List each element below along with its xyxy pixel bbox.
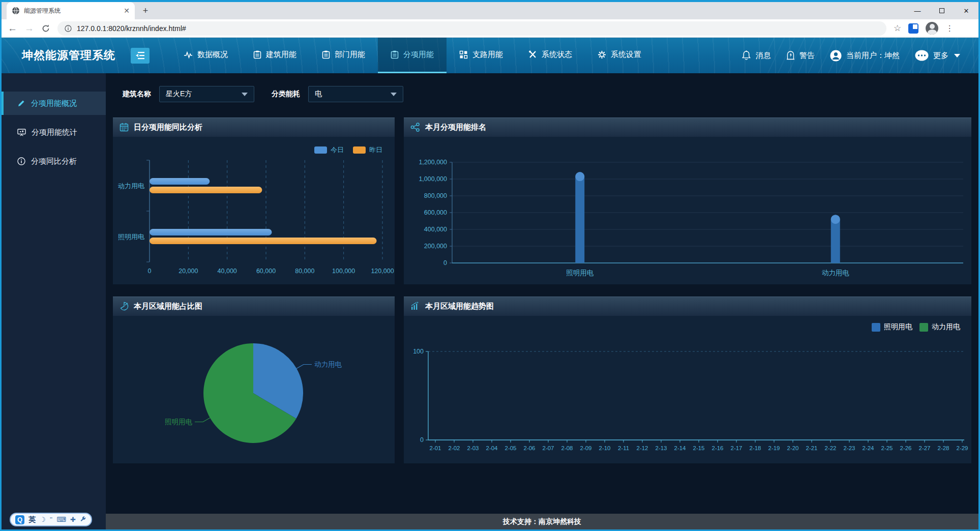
nav-item-branch-energy[interactable]: 支路用能 <box>447 38 516 73</box>
messages-button[interactable]: 消息 <box>741 50 771 61</box>
legend-swatch-lighting <box>872 323 880 332</box>
menu-toggle-button[interactable] <box>131 48 150 64</box>
svg-text:照明用电: 照明用电 <box>118 233 144 241</box>
svg-text:2-23: 2-23 <box>843 445 855 451</box>
svg-text:100: 100 <box>413 348 424 355</box>
tools-icon <box>528 50 537 59</box>
svg-text:2-01: 2-01 <box>429 445 441 451</box>
sidebar-item-subitem-yoy-analysis[interactable]: 分项同比分析 <box>2 150 106 173</box>
extension-icon[interactable] <box>908 23 918 34</box>
minimize-button[interactable]: — <box>905 2 930 19</box>
new-tab-button[interactable]: + <box>138 3 153 18</box>
grid-icon <box>459 50 468 59</box>
panel-header: 本月分项用能排名 <box>404 117 971 137</box>
panel-header: 日分项用能同比分析 <box>113 117 395 137</box>
maximize-button[interactable] <box>930 2 954 19</box>
ime-keyboard-icon[interactable]: ⌨ <box>56 516 66 523</box>
ime-wrench-icon[interactable] <box>80 516 86 523</box>
legend: 照明用电 动力用电 <box>872 322 960 332</box>
bookmark-star-icon[interactable]: ☆ <box>894 23 901 34</box>
svg-text:2-06: 2-06 <box>523 445 535 451</box>
address-bar[interactable]: 127.0.0.1:8020/krznnh/index.html# <box>57 21 886 36</box>
svg-text:80,000: 80,000 <box>295 268 314 275</box>
building-select[interactable]: 星火E方 <box>159 86 254 102</box>
user-avatar-icon <box>830 50 842 62</box>
svg-text:1,200,000: 1,200,000 <box>419 159 447 166</box>
forward-button[interactable]: → <box>24 23 34 34</box>
ime-toolbar[interactable]: Q 英 ☽ ’’ ⌨ ✚ <box>10 513 92 526</box>
svg-text:20,000: 20,000 <box>179 268 198 275</box>
svg-text:动力用电: 动力用电 <box>822 269 850 277</box>
ime-person-icon[interactable]: ✚ <box>70 516 76 523</box>
browser-toolbar: ← → 127.0.0.1:8020/krznnh/index.html# ☆ … <box>2 19 978 38</box>
svg-text:2-07: 2-07 <box>542 445 554 451</box>
svg-text:2-11: 2-11 <box>618 445 629 451</box>
panel-header: 本月区域用能占比图 <box>113 297 395 316</box>
svg-text:2-09: 2-09 <box>580 445 591 451</box>
nav-item-subitem-energy[interactable]: 分项用能 <box>378 38 447 73</box>
svg-text:2-25: 2-25 <box>881 445 893 451</box>
legend-item-power[interactable]: 动力用电 <box>919 322 960 332</box>
footer: 技术支持：南京坤然科技 <box>106 514 978 529</box>
tab-close-icon[interactable]: ✕ <box>124 7 130 15</box>
window-controls: — ✕ <box>905 2 978 19</box>
legend-item-lighting[interactable]: 照明用电 <box>872 322 912 332</box>
ime-fullhalf-moon-icon[interactable]: ☽ <box>40 516 46 523</box>
site-info-icon[interactable] <box>65 25 72 32</box>
sidebar-item-subitem-overview[interactable]: 分项用能概况 <box>2 92 106 115</box>
more-menu-button[interactable]: 更多 <box>915 50 960 61</box>
svg-text:2-18: 2-18 <box>749 445 761 451</box>
share-nodes-icon <box>410 123 420 132</box>
svg-text:0: 0 <box>443 259 447 267</box>
nav-item-data-overview[interactable]: 数据概况 <box>171 38 241 73</box>
gear-icon <box>598 50 606 59</box>
pencil-icon <box>17 99 25 107</box>
browser-profile-avatar[interactable] <box>926 22 938 35</box>
svg-text:动力用电: 动力用电 <box>314 361 342 368</box>
current-user[interactable]: 当前用户：坤然 <box>830 50 900 62</box>
svg-text:照明用电: 照明用电 <box>165 418 193 426</box>
panel-title: 本月区域用能占比图 <box>134 302 202 311</box>
sidebar: 分项用能概况 分项用能统计 分项同比分析 <box>2 73 106 529</box>
energy-select-value: 电 <box>315 90 322 99</box>
panel-monthly-ranking: 本月分项用能排名 0200,000400,000600,000800,0001,… <box>404 117 971 284</box>
sidebar-item-subitem-statistics[interactable]: 分项用能统计 <box>2 121 106 144</box>
pie-chart: 动力用电照明用电 <box>113 316 395 463</box>
svg-text:100,000: 100,000 <box>332 268 355 275</box>
nav-item-building-energy[interactable]: 建筑用能 <box>241 38 309 73</box>
ime-language-mode[interactable]: 英 <box>28 515 36 524</box>
hbar-chart: 020,00040,00060,00080,000100,000120,000动… <box>113 137 395 284</box>
alerts-button[interactable]: 警告 <box>786 50 815 61</box>
app-logo: 坤然能源管理系统 <box>22 48 115 63</box>
nav-item-system-settings[interactable]: 系统设置 <box>585 38 654 73</box>
toolbar-right: ☆ ⋮ <box>894 22 956 35</box>
nav-item-system-status[interactable]: 系统状态 <box>516 38 585 73</box>
svg-text:200,000: 200,000 <box>424 243 447 250</box>
browser-menu-icon[interactable]: ⋮ <box>945 23 954 33</box>
panel-area-trend: 本月区域用能趋势图 照明用电 动力用电 <box>404 297 971 463</box>
back-button[interactable]: ← <box>8 23 17 34</box>
energy-select[interactable]: 电 <box>308 86 403 102</box>
browser-tab[interactable]: 能源管理系统 ✕ <box>7 2 135 19</box>
legend-item-today[interactable]: 今日 <box>314 145 344 155</box>
legend-item-yesterday[interactable]: 昨日 <box>353 145 382 155</box>
close-button[interactable]: ✕ <box>954 2 978 19</box>
svg-text:2-20: 2-20 <box>787 445 798 451</box>
svg-text:2-24: 2-24 <box>862 445 874 451</box>
svg-text:2-27: 2-27 <box>918 445 930 451</box>
svg-text:2-05: 2-05 <box>504 445 516 451</box>
panel-title: 日分项用能同比分析 <box>134 123 202 132</box>
ime-logo-icon[interactable]: Q <box>15 515 24 524</box>
page-content: 建筑名称 星火E方 分类能耗 电 <box>106 73 978 514</box>
alarm-lightning-icon <box>786 50 795 61</box>
reload-button[interactable] <box>41 24 50 33</box>
panel-title: 本月分项用能排名 <box>425 123 486 132</box>
nav-item-department-energy[interactable]: 部门用能 <box>309 38 378 73</box>
url-text[interactable]: 127.0.0.1:8020/krznnh/index.html# <box>77 24 186 33</box>
app-header: 坤然能源管理系统 数据概况 建筑用能 <box>2 38 978 73</box>
info-icon <box>17 157 25 165</box>
svg-text:1,000,000: 1,000,000 <box>419 175 447 183</box>
svg-text:照明用电: 照明用电 <box>566 269 594 277</box>
svg-text:2-13: 2-13 <box>655 445 667 451</box>
ime-punctuation-icon[interactable]: ’’ <box>50 516 53 523</box>
